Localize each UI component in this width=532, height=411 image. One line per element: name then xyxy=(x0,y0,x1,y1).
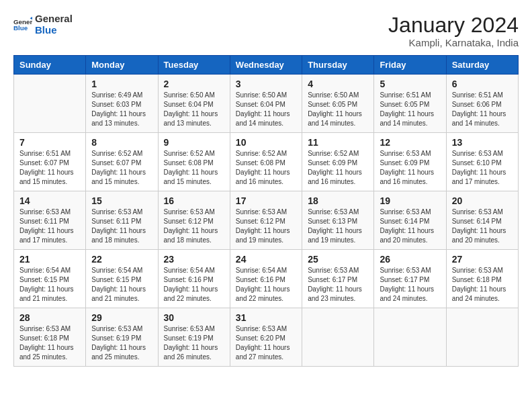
day-number: 26 xyxy=(380,254,440,265)
day-number: 23 xyxy=(164,254,224,265)
calendar-cell: 25Sunrise: 6:53 AM Sunset: 6:17 PM Dayli… xyxy=(302,250,374,308)
calendar-body: 1Sunrise: 6:49 AM Sunset: 6:03 PM Daylig… xyxy=(14,75,519,367)
day-info: Sunrise: 6:52 AM Sunset: 6:08 PM Dayligh… xyxy=(236,149,296,187)
logo: General Blue General Blue xyxy=(13,13,73,36)
calendar-cell: 10Sunrise: 6:52 AM Sunset: 6:08 PM Dayli… xyxy=(230,133,302,191)
calendar-header-row: SundayMondayTuesdayWednesdayThursdayFrid… xyxy=(14,56,519,75)
calendar-cell: 13Sunrise: 6:53 AM Sunset: 6:10 PM Dayli… xyxy=(446,133,518,191)
calendar-cell: 9Sunrise: 6:52 AM Sunset: 6:08 PM Daylig… xyxy=(158,133,230,191)
day-number: 1 xyxy=(91,79,152,89)
day-info: Sunrise: 6:54 AM Sunset: 6:16 PM Dayligh… xyxy=(164,266,224,304)
calendar-cell: 30Sunrise: 6:53 AM Sunset: 6:19 PM Dayli… xyxy=(158,308,230,367)
calendar-week-row: 28Sunrise: 6:53 AM Sunset: 6:18 PM Dayli… xyxy=(14,308,519,367)
day-number: 25 xyxy=(308,254,368,265)
calendar-week-row: 21Sunrise: 6:54 AM Sunset: 6:15 PM Dayli… xyxy=(14,250,519,308)
day-info: Sunrise: 6:53 AM Sunset: 6:17 PM Dayligh… xyxy=(308,266,368,304)
calendar-header-tuesday: Tuesday xyxy=(158,56,230,75)
day-info: Sunrise: 6:53 AM Sunset: 6:14 PM Dayligh… xyxy=(380,208,440,245)
calendar-header-wednesday: Wednesday xyxy=(230,56,302,75)
day-number: 7 xyxy=(19,137,80,148)
calendar-cell: 22Sunrise: 6:54 AM Sunset: 6:15 PM Dayli… xyxy=(86,250,158,308)
day-number: 15 xyxy=(91,195,152,206)
day-info: Sunrise: 6:50 AM Sunset: 6:05 PM Dayligh… xyxy=(308,91,368,128)
calendar-cell: 11Sunrise: 6:52 AM Sunset: 6:09 PM Dayli… xyxy=(302,133,374,191)
day-number: 27 xyxy=(452,254,513,265)
logo-line2: Blue xyxy=(35,25,73,36)
day-number: 8 xyxy=(91,137,152,148)
calendar-cell: 21Sunrise: 6:54 AM Sunset: 6:15 PM Dayli… xyxy=(14,250,86,308)
calendar-week-row: 7Sunrise: 6:51 AM Sunset: 6:07 PM Daylig… xyxy=(14,133,519,191)
calendar-cell: 17Sunrise: 6:53 AM Sunset: 6:12 PM Dayli… xyxy=(230,191,302,250)
day-info: Sunrise: 6:51 AM Sunset: 6:07 PM Dayligh… xyxy=(19,149,80,187)
svg-text:Blue: Blue xyxy=(13,24,28,32)
day-info: Sunrise: 6:53 AM Sunset: 6:12 PM Dayligh… xyxy=(236,208,296,245)
calendar-cell: 12Sunrise: 6:53 AM Sunset: 6:09 PM Dayli… xyxy=(374,133,446,191)
day-info: Sunrise: 6:51 AM Sunset: 6:06 PM Dayligh… xyxy=(452,91,513,128)
calendar-cell: 14Sunrise: 6:53 AM Sunset: 6:11 PM Dayli… xyxy=(14,191,86,250)
day-info: Sunrise: 6:49 AM Sunset: 6:03 PM Dayligh… xyxy=(91,91,152,128)
calendar-cell: 4Sunrise: 6:50 AM Sunset: 6:05 PM Daylig… xyxy=(302,75,374,133)
day-info: Sunrise: 6:50 AM Sunset: 6:04 PM Dayligh… xyxy=(164,91,224,128)
calendar-cell: 18Sunrise: 6:53 AM Sunset: 6:13 PM Dayli… xyxy=(302,191,374,250)
calendar-cell: 2Sunrise: 6:50 AM Sunset: 6:04 PM Daylig… xyxy=(158,75,230,133)
day-info: Sunrise: 6:53 AM Sunset: 6:11 PM Dayligh… xyxy=(19,208,80,245)
day-info: Sunrise: 6:54 AM Sunset: 6:16 PM Dayligh… xyxy=(236,266,296,304)
logo-line1: General xyxy=(35,13,73,25)
day-number: 31 xyxy=(236,312,296,323)
day-info: Sunrise: 6:53 AM Sunset: 6:17 PM Dayligh… xyxy=(380,266,440,304)
calendar-cell xyxy=(374,308,446,367)
day-info: Sunrise: 6:52 AM Sunset: 6:09 PM Dayligh… xyxy=(308,149,368,187)
calendar-cell: 16Sunrise: 6:53 AM Sunset: 6:12 PM Dayli… xyxy=(158,191,230,250)
day-number: 4 xyxy=(308,79,368,89)
day-number: 5 xyxy=(380,79,440,89)
day-number: 14 xyxy=(19,195,80,206)
day-number: 18 xyxy=(308,195,368,206)
day-number: 3 xyxy=(236,79,296,89)
page-header: General Blue General Blue January 2024 K… xyxy=(13,13,519,48)
calendar-cell xyxy=(14,75,86,133)
day-number: 13 xyxy=(452,137,513,148)
day-info: Sunrise: 6:50 AM Sunset: 6:04 PM Dayligh… xyxy=(236,91,296,128)
calendar-cell: 3Sunrise: 6:50 AM Sunset: 6:04 PM Daylig… xyxy=(230,75,302,133)
day-number: 9 xyxy=(164,137,224,148)
calendar-week-row: 14Sunrise: 6:53 AM Sunset: 6:11 PM Dayli… xyxy=(14,191,519,250)
day-number: 17 xyxy=(236,195,296,206)
day-info: Sunrise: 6:53 AM Sunset: 6:19 PM Dayligh… xyxy=(91,324,152,362)
day-number: 20 xyxy=(452,195,513,206)
location: Kampli, Karnataka, India xyxy=(388,37,519,48)
day-info: Sunrise: 6:53 AM Sunset: 6:19 PM Dayligh… xyxy=(164,324,224,362)
month-title: January 2024 xyxy=(388,13,519,37)
calendar-cell: 7Sunrise: 6:51 AM Sunset: 6:07 PM Daylig… xyxy=(14,133,86,191)
day-number: 21 xyxy=(19,254,80,265)
day-number: 19 xyxy=(380,195,440,206)
day-info: Sunrise: 6:52 AM Sunset: 6:08 PM Dayligh… xyxy=(164,149,224,187)
day-info: Sunrise: 6:53 AM Sunset: 6:13 PM Dayligh… xyxy=(308,208,368,245)
calendar-header-monday: Monday xyxy=(86,56,158,75)
day-info: Sunrise: 6:53 AM Sunset: 6:18 PM Dayligh… xyxy=(452,266,513,304)
calendar-header-friday: Friday xyxy=(374,56,446,75)
day-info: Sunrise: 6:53 AM Sunset: 6:12 PM Dayligh… xyxy=(164,208,224,245)
title-block: January 2024 Kampli, Karnataka, India xyxy=(388,13,519,48)
calendar-header-thursday: Thursday xyxy=(302,56,374,75)
calendar-week-row: 1Sunrise: 6:49 AM Sunset: 6:03 PM Daylig… xyxy=(14,75,519,133)
day-info: Sunrise: 6:53 AM Sunset: 6:18 PM Dayligh… xyxy=(19,324,80,362)
calendar-cell: 27Sunrise: 6:53 AM Sunset: 6:18 PM Dayli… xyxy=(446,250,518,308)
calendar-cell xyxy=(446,308,518,367)
day-number: 2 xyxy=(164,79,224,89)
day-number: 6 xyxy=(452,79,513,89)
day-number: 29 xyxy=(91,312,152,323)
calendar-cell: 26Sunrise: 6:53 AM Sunset: 6:17 PM Dayli… xyxy=(374,250,446,308)
day-number: 30 xyxy=(164,312,224,323)
day-number: 16 xyxy=(164,195,224,206)
day-info: Sunrise: 6:53 AM Sunset: 6:10 PM Dayligh… xyxy=(452,149,513,187)
day-number: 10 xyxy=(236,137,296,148)
day-info: Sunrise: 6:54 AM Sunset: 6:15 PM Dayligh… xyxy=(91,266,152,304)
day-info: Sunrise: 6:53 AM Sunset: 6:20 PM Dayligh… xyxy=(236,324,296,362)
calendar-cell: 8Sunrise: 6:52 AM Sunset: 6:07 PM Daylig… xyxy=(86,133,158,191)
calendar-cell: 23Sunrise: 6:54 AM Sunset: 6:16 PM Dayli… xyxy=(158,250,230,308)
calendar-cell: 5Sunrise: 6:51 AM Sunset: 6:05 PM Daylig… xyxy=(374,75,446,133)
day-number: 11 xyxy=(308,137,368,148)
calendar-cell: 29Sunrise: 6:53 AM Sunset: 6:19 PM Dayli… xyxy=(86,308,158,367)
day-number: 22 xyxy=(91,254,152,265)
calendar-cell: 19Sunrise: 6:53 AM Sunset: 6:14 PM Dayli… xyxy=(374,191,446,250)
